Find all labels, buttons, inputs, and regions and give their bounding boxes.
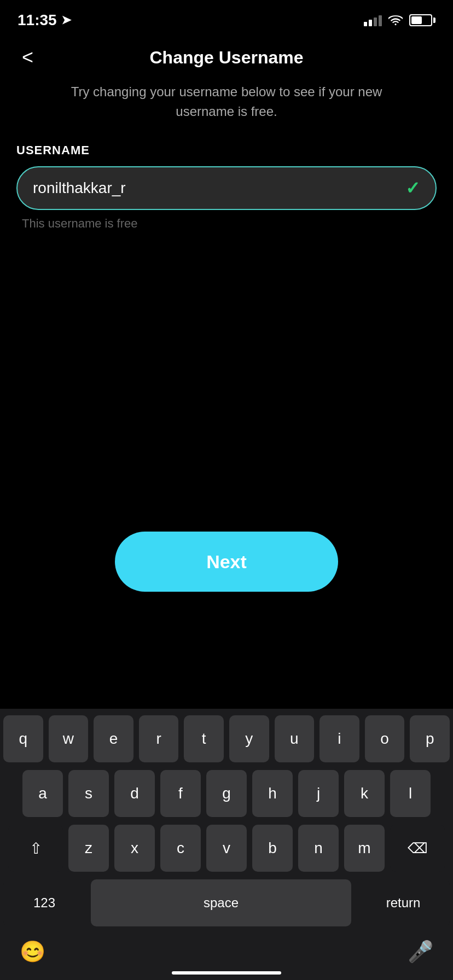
key-a[interactable]: a xyxy=(22,770,63,817)
key-y[interactable]: y xyxy=(229,715,269,762)
check-icon: ✓ xyxy=(405,178,420,199)
battery-icon xyxy=(409,14,435,26)
page-title: Change Username xyxy=(150,48,304,68)
username-status-message: This username is free xyxy=(16,210,437,237)
space-key[interactable]: space xyxy=(91,879,351,926)
key-j[interactable]: j xyxy=(298,770,339,817)
key-e[interactable]: e xyxy=(94,715,133,762)
location-arrow-icon: ➤ xyxy=(61,13,71,27)
keyboard-row-2: a s d f g h j k l xyxy=(3,770,450,817)
key-s[interactable]: s xyxy=(68,770,109,817)
signal-icon xyxy=(364,14,382,26)
key-g[interactable]: g xyxy=(206,770,247,817)
key-m[interactable]: m xyxy=(344,825,385,872)
key-b[interactable]: b xyxy=(252,825,293,872)
emoji-button[interactable]: 😊 xyxy=(20,940,45,964)
status-icons xyxy=(364,14,435,26)
page-header: < Change Username xyxy=(0,33,453,82)
key-o[interactable]: o xyxy=(365,715,405,762)
username-input-wrapper[interactable]: ✓ xyxy=(16,166,437,210)
key-f[interactable]: f xyxy=(160,770,201,817)
key-c[interactable]: c xyxy=(160,825,201,872)
username-input[interactable] xyxy=(33,179,405,197)
key-p[interactable]: p xyxy=(410,715,450,762)
next-button[interactable]: Next xyxy=(115,532,338,592)
subtitle-text: Try changing your username below to see … xyxy=(0,82,453,121)
username-field-label: USERNAME xyxy=(16,143,437,158)
delete-key[interactable]: ⌫ xyxy=(390,825,445,872)
wifi-icon xyxy=(388,15,403,26)
return-key[interactable]: return xyxy=(357,879,450,926)
numbers-key[interactable]: 123 xyxy=(3,879,85,926)
key-l[interactable]: l xyxy=(390,770,431,817)
back-button[interactable]: < xyxy=(16,44,39,71)
form-section: USERNAME ✓ This username is free xyxy=(0,143,453,237)
key-x[interactable]: x xyxy=(114,825,155,872)
key-k[interactable]: k xyxy=(344,770,385,817)
status-time: 11:35 ➤ xyxy=(18,11,71,29)
microphone-button[interactable]: 🎤 xyxy=(408,940,433,964)
key-w[interactable]: w xyxy=(49,715,89,762)
key-z[interactable]: z xyxy=(68,825,109,872)
home-indicator xyxy=(172,971,281,975)
key-i[interactable]: i xyxy=(320,715,359,762)
key-u[interactable]: u xyxy=(275,715,315,762)
key-t[interactable]: t xyxy=(184,715,224,762)
key-r[interactable]: r xyxy=(139,715,179,762)
keyboard-row-3: ⇧ z x c v b n m ⌫ xyxy=(3,825,450,872)
keyboard-row-1: q w e r t y u i o p xyxy=(3,715,450,762)
key-n[interactable]: n xyxy=(298,825,339,872)
key-v[interactable]: v xyxy=(206,825,247,872)
key-d[interactable]: d xyxy=(114,770,155,817)
keyboard-row-4: 123 space return xyxy=(3,879,450,933)
key-h[interactable]: h xyxy=(252,770,293,817)
keyboard: q w e r t y u i o p a s d f g h j k l ⇧ … xyxy=(0,709,453,980)
status-bar: 11:35 ➤ xyxy=(0,0,453,33)
shift-key[interactable]: ⇧ xyxy=(8,825,63,872)
key-q[interactable]: q xyxy=(3,715,43,762)
